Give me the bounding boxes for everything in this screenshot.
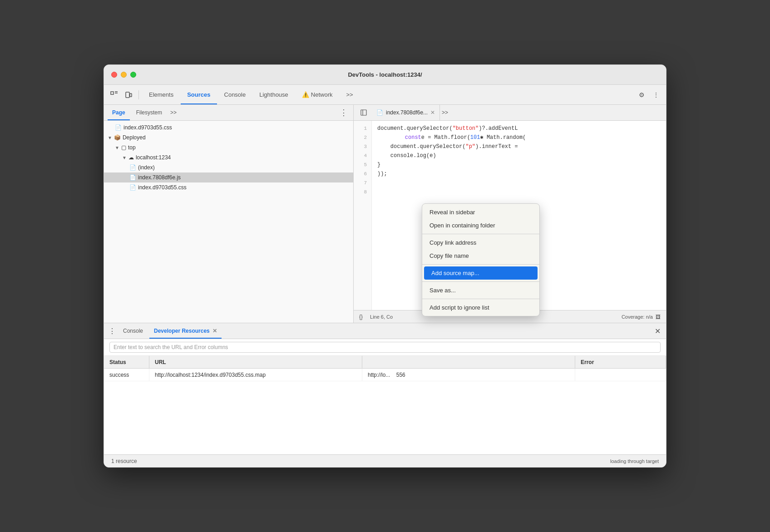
tree-item-js[interactable]: 📄 index.7808df6e.js (104, 172, 353, 182)
sidebar-tab-filesystem[interactable]: Filesystem (132, 105, 167, 120)
tree-item-top[interactable]: ▼ ▢ top (104, 143, 353, 153)
code-tabs-more[interactable]: >> (442, 109, 448, 116)
tree-item-index[interactable]: 📄 (index) (104, 163, 353, 172)
search-input[interactable] (109, 342, 661, 353)
dev-resources-table: Status URL Error success http://localhos… (104, 356, 666, 454)
bottom-tabs: ⋮ Console Developer Resources ✕ ✕ (104, 323, 666, 339)
col-error: Error (575, 356, 666, 368)
tab-bar: Elements Sources Console Lighthouse ⚠️ N… (143, 85, 360, 104)
sidebar-tab-page[interactable]: Page (108, 105, 130, 120)
bottom-tab-menu[interactable]: ⋮ (108, 326, 117, 335)
traffic-lights (111, 72, 136, 78)
coverage-icon[interactable]: 🖼 (656, 314, 661, 320)
file-tree: 📄 index.d9703d55.css ▼ 📦 Deployed ▼ ▢ to… (104, 121, 353, 323)
svg-rect-3 (126, 92, 129, 98)
tab-sources[interactable]: Sources (181, 85, 217, 104)
search-bar (104, 339, 666, 356)
status-bar: 1 resource loading through target (104, 454, 666, 467)
sidebar: Page Filesystem >> ⋮ 📄 index.d9703d55.cs… (104, 105, 354, 323)
resource-count: 1 resource (111, 458, 137, 464)
context-reveal[interactable]: Reveal in sidebar (422, 206, 539, 219)
folder-icon: 📦 (114, 134, 121, 141)
sidebar-more-btn[interactable]: ⋮ (338, 108, 350, 118)
svg-rect-0 (111, 92, 114, 94)
code-line-2: const e = Math.floor(101 ✱ Math.random( (377, 133, 661, 143)
tree-item-css[interactable]: 📄 index.d9703d55.css (104, 182, 353, 192)
sidebar-tabs: Page Filesystem >> ⋮ (104, 105, 353, 121)
device-icon[interactable] (122, 89, 135, 101)
tree-item-css1[interactable]: 📄 index.d9703d55.css (104, 123, 353, 133)
code-line-3: document.querySelector("p").innerText = (377, 143, 661, 152)
tab-more[interactable]: >> (340, 85, 360, 104)
loading-status: loading through target (610, 458, 659, 464)
js-file-icon: 📄 (129, 174, 136, 181)
tree-item-deployed[interactable]: ▼ 📦 Deployed (104, 133, 353, 143)
col-url2 (362, 356, 575, 368)
context-menu: Reveal in sidebar Open in containing fol… (422, 203, 540, 316)
table-row[interactable]: success http://localhost:1234/index.d970… (104, 369, 666, 381)
main-content: Page Filesystem >> ⋮ 📄 index.d9703d55.cs… (104, 105, 666, 323)
cell-error (575, 369, 666, 381)
coverage-label: Coverage: n/a (622, 314, 653, 320)
tab-lighthouse[interactable]: Lighthouse (253, 85, 295, 104)
svg-rect-5 (361, 110, 366, 115)
separator-1 (138, 90, 139, 99)
code-line-1: document.querySelector("button")?.addEve… (377, 124, 661, 133)
code-line-5: } (377, 161, 661, 170)
tab-close-icon[interactable]: ✕ (430, 109, 435, 116)
context-add-source-map[interactable]: Add source map... (424, 266, 538, 280)
context-separator-4 (422, 299, 539, 299)
format-icon[interactable]: {} (359, 314, 363, 320)
chevron-icon: ▼ (108, 135, 112, 140)
titlebar: DevTools - localhost:1234/ (104, 65, 666, 85)
chevron-icon: ▼ (122, 155, 127, 160)
folder-icon: ▢ (121, 144, 126, 151)
bottom-tab-close-icon[interactable]: ✕ (212, 328, 217, 334)
file-icon: 📄 (376, 109, 383, 116)
code-line-6: )); (377, 170, 661, 179)
chevron-icon: ▼ (115, 145, 119, 150)
bottom-panel: ⋮ Console Developer Resources ✕ ✕ Status… (104, 323, 666, 454)
code-line-7 (377, 179, 661, 188)
tab-elements[interactable]: Elements (143, 85, 180, 104)
tree-item-localhost[interactable]: ▼ ☁ localhost:1234 (104, 153, 353, 163)
context-copy-link[interactable]: Copy link address (422, 236, 539, 249)
context-separator-2 (422, 264, 539, 265)
col-status: Status (104, 356, 149, 368)
bottom-tab-dev-resources[interactable]: Developer Resources ✕ (149, 323, 222, 339)
window-title: DevTools - localhost:1234/ (348, 71, 422, 78)
toggle-sidebar-icon[interactable] (357, 106, 370, 119)
context-copy-file[interactable]: Copy file name (422, 249, 539, 262)
code-line-8 (377, 188, 661, 197)
code-tab-js[interactable]: 📄 index.7808df6e... ✕ (372, 105, 440, 120)
context-separator-3 (422, 281, 539, 282)
more-options-icon[interactable]: ⋮ (650, 89, 662, 101)
toolbar-right: ⚙ ⋮ (635, 89, 662, 101)
css-file-icon: 📄 (129, 184, 136, 191)
cloud-icon: ☁ (128, 154, 134, 161)
main-toolbar: Elements Sources Console Lighthouse ⚠️ N… (104, 85, 666, 105)
settings-icon[interactable]: ⚙ (635, 89, 648, 101)
context-open-folder[interactable]: Open in containing folder (422, 219, 539, 232)
css-file-icon: 📄 (115, 124, 122, 131)
page-file-icon: 📄 (129, 164, 136, 171)
tab-console[interactable]: Console (218, 85, 252, 104)
maximize-button[interactable] (130, 72, 136, 78)
minimize-button[interactable] (121, 72, 127, 78)
inspect-icon[interactable] (108, 89, 120, 101)
context-add-ignore[interactable]: Add script to ignore list (422, 301, 539, 314)
code-line-4: console.log(e) (377, 152, 661, 161)
tab-network[interactable]: ⚠️ Network (296, 85, 339, 104)
cell-url2: http://lo... 556 (362, 369, 575, 381)
code-tabs: 📄 index.7808df6e... ✕ >> (354, 105, 666, 121)
svg-rect-4 (130, 94, 132, 97)
close-button[interactable] (111, 72, 117, 78)
warning-icon: ⚠️ (302, 91, 309, 98)
sidebar-tabs-more[interactable]: >> (168, 109, 178, 116)
cell-status: success (104, 369, 149, 381)
col-url: URL (149, 356, 362, 368)
context-save-as[interactable]: Save as... (422, 284, 539, 297)
bottom-panel-close-icon[interactable]: ✕ (653, 327, 662, 335)
bottom-tab-console[interactable]: Console (118, 323, 148, 339)
line-numbers: 1 2 3 4 5 6 7 8 (354, 121, 372, 310)
